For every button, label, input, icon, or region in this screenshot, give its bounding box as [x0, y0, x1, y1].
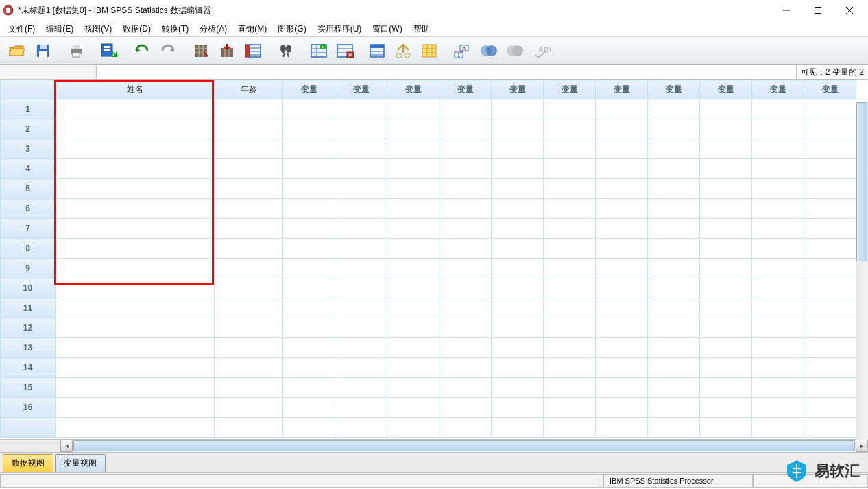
- cell[interactable]: [387, 159, 439, 179]
- row-header[interactable]: 2: [1, 119, 56, 139]
- cell[interactable]: [804, 159, 856, 179]
- col-header-name[interactable]: 姓名: [56, 80, 215, 99]
- cell[interactable]: [752, 219, 804, 239]
- hscroll-thumb[interactable]: [73, 440, 855, 451]
- cell[interactable]: [439, 278, 492, 298]
- cell[interactable]: [804, 119, 856, 139]
- cell[interactable]: [492, 199, 544, 219]
- cell[interactable]: [492, 159, 544, 179]
- cell[interactable]: [648, 318, 700, 338]
- cell[interactable]: [648, 418, 700, 438]
- cell[interactable]: [700, 378, 752, 398]
- cell[interactable]: [544, 199, 596, 219]
- cell[interactable]: [283, 358, 335, 378]
- row-header[interactable]: 15: [1, 378, 56, 398]
- cell[interactable]: [544, 418, 596, 438]
- col-header-age[interactable]: 年龄: [215, 80, 283, 99]
- menu-edit[interactable]: 编辑(E): [40, 22, 79, 36]
- menu-utilities[interactable]: 实用程序(U): [312, 22, 367, 36]
- cell[interactable]: [700, 179, 752, 199]
- cell[interactable]: [544, 358, 596, 378]
- col-header-empty[interactable]: 变量: [804, 80, 856, 99]
- vertical-scrollbar[interactable]: [856, 102, 868, 440]
- cell[interactable]: [492, 358, 544, 378]
- cell[interactable]: [335, 139, 387, 159]
- cell[interactable]: [804, 219, 856, 239]
- cell[interactable]: [439, 219, 492, 239]
- cell[interactable]: [492, 278, 544, 298]
- cell[interactable]: [215, 278, 283, 298]
- cell[interactable]: [648, 378, 700, 398]
- cell[interactable]: [752, 99, 804, 119]
- cell[interactable]: [804, 199, 856, 219]
- row-header[interactable]: 12: [1, 318, 56, 338]
- col-header-empty[interactable]: 变量: [544, 80, 596, 99]
- cell[interactable]: [215, 338, 283, 358]
- cell[interactable]: [283, 179, 335, 199]
- cell[interactable]: [596, 99, 648, 119]
- tab-variable-view[interactable]: 变量视图: [55, 454, 106, 472]
- cell[interactable]: [283, 298, 335, 318]
- cell[interactable]: [596, 358, 648, 378]
- variables-icon[interactable]: [241, 39, 265, 62]
- cell[interactable]: [56, 318, 215, 338]
- cell[interactable]: [596, 179, 648, 199]
- cell[interactable]: [335, 298, 387, 318]
- cell[interactable]: [596, 239, 648, 259]
- cell[interactable]: [804, 278, 856, 298]
- cell[interactable]: [439, 139, 492, 159]
- cell[interactable]: [439, 398, 492, 418]
- print-icon[interactable]: [64, 39, 88, 62]
- cell[interactable]: [283, 99, 335, 119]
- cell[interactable]: [335, 159, 387, 179]
- cell[interactable]: [56, 219, 215, 239]
- maximize-button[interactable]: [802, 0, 834, 21]
- cell[interactable]: [544, 298, 596, 318]
- cell[interactable]: [335, 398, 387, 418]
- cell[interactable]: [492, 338, 544, 358]
- cell[interactable]: [648, 199, 700, 219]
- scroll-right-icon[interactable]: ▸: [856, 440, 868, 452]
- cell[interactable]: [700, 159, 752, 179]
- cell[interactable]: [700, 239, 752, 259]
- tab-data-view[interactable]: 数据视图: [3, 454, 53, 472]
- cell[interactable]: [335, 378, 387, 398]
- row-header[interactable]: 16: [1, 398, 56, 418]
- cell[interactable]: [752, 199, 804, 219]
- cell[interactable]: [752, 259, 804, 278]
- cell[interactable]: [700, 259, 752, 278]
- split-file-icon[interactable]: ✶: [307, 39, 330, 62]
- scroll-left-icon[interactable]: ◂: [60, 440, 73, 452]
- cell[interactable]: [56, 278, 215, 298]
- cell[interactable]: [215, 139, 283, 159]
- find-icon[interactable]: [274, 39, 298, 62]
- cell[interactable]: [335, 119, 387, 139]
- cell[interactable]: [700, 119, 752, 139]
- cell[interactable]: [56, 239, 215, 259]
- cell[interactable]: [700, 99, 752, 119]
- cell[interactable]: [596, 259, 648, 278]
- cell[interactable]: [215, 199, 283, 219]
- menu-file[interactable]: 文件(F): [3, 22, 40, 36]
- cell[interactable]: [215, 298, 283, 318]
- cell[interactable]: [700, 139, 752, 159]
- row-header[interactable]: 7: [1, 219, 56, 239]
- cell[interactable]: [215, 179, 283, 199]
- cell[interactable]: [752, 139, 804, 159]
- formula-bar[interactable]: [97, 65, 796, 79]
- cell[interactable]: [335, 179, 387, 199]
- menu-graphs[interactable]: 图形(G): [272, 22, 311, 36]
- row-header[interactable]: 10: [1, 278, 56, 298]
- cell[interactable]: [387, 239, 439, 259]
- cell[interactable]: [544, 119, 596, 139]
- cell[interactable]: [648, 99, 700, 119]
- cell[interactable]: [752, 418, 804, 438]
- cell[interactable]: [215, 219, 283, 239]
- cell[interactable]: [648, 239, 700, 259]
- col-header-empty[interactable]: 变量: [439, 80, 492, 99]
- cell[interactable]: [387, 139, 439, 159]
- cell[interactable]: [804, 358, 856, 378]
- col-header-empty[interactable]: 变量: [387, 80, 439, 99]
- cell[interactable]: [215, 239, 283, 259]
- cell[interactable]: [804, 338, 856, 358]
